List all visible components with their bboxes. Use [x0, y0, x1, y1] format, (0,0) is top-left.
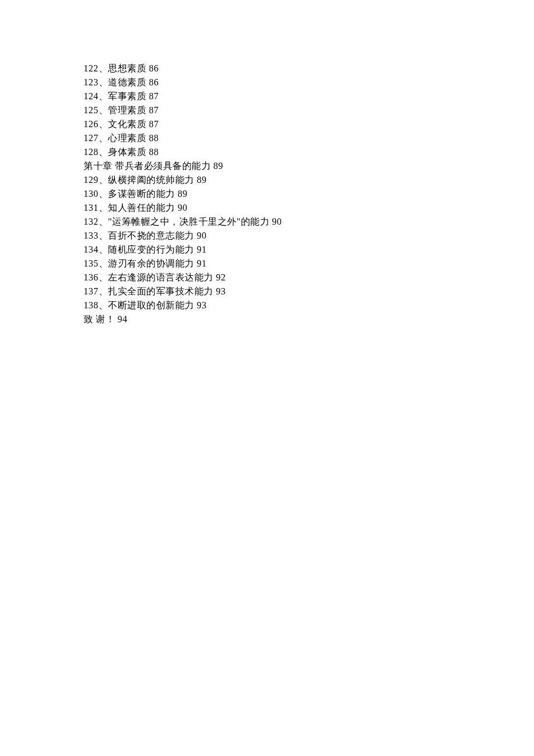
toc-line: 134、随机应变的行为能力 91	[84, 243, 534, 257]
toc-line: 136、左右逢源的语言表达能力 92	[84, 271, 534, 285]
toc-line: 132、"运筹帷幄之中，决胜千里之外"的能力 90	[84, 215, 534, 229]
toc-line: 138、不断进取的创新能力 93	[84, 298, 534, 312]
toc-line: 135、游刃有余的协调能力 91	[84, 257, 534, 271]
toc-line: 126、文化素质 87	[84, 117, 534, 131]
toc-line: 致 谢！ 94	[84, 312, 534, 326]
toc-line: 129、纵横捭阖的统帅能力 89	[84, 173, 534, 187]
toc-line: 123、道德素质 86	[84, 75, 534, 89]
toc-line: 128、身体素质 88	[84, 145, 534, 159]
toc-line: 127、心理素质 88	[84, 131, 534, 145]
toc-line: 第十章 带兵者必须具备的能力 89	[84, 159, 534, 173]
toc-line: 124、军事素质 87	[84, 89, 534, 103]
toc-line: 125、管理素质 87	[84, 103, 534, 117]
toc-line: 133、百折不挠的意志能力 90	[84, 229, 534, 243]
toc-line: 122、思想素质 86	[84, 62, 534, 75]
toc-line: 130、多谋善断的能力 89	[84, 187, 534, 201]
toc-line: 137、扎实全面的军事技术能力 93	[84, 285, 534, 298]
toc-content: 122、思想素质 86 123、道德素质 86 124、军事素质 87 125、…	[0, 0, 534, 326]
toc-line: 131、知人善任的能力 90	[84, 201, 534, 215]
